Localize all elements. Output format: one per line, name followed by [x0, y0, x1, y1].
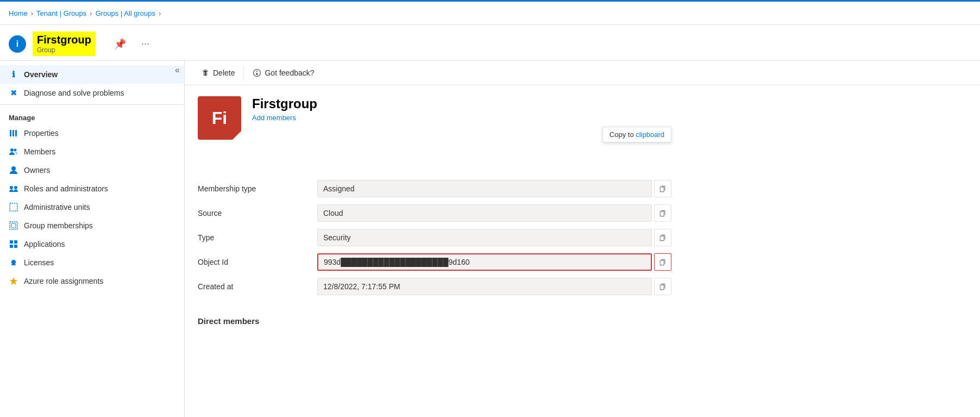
svg-rect-8 — [10, 203, 17, 211]
copy-source-button[interactable] — [654, 204, 671, 222]
more-button[interactable]: ··· — [138, 36, 153, 52]
svg-rect-1 — [12, 130, 14, 136]
prop-label-object-id: Object Id — [198, 258, 317, 266]
sidebar-item-label-applications: Applications — [24, 240, 65, 248]
header-group-type: Group — [37, 46, 91, 54]
svg-rect-2 — [15, 130, 17, 136]
copy-tooltip: Copy to clipboard — [602, 127, 671, 142]
prop-value-created-at: 12/8/2022, 7:17:55 PM — [317, 278, 652, 295]
header-actions: 📌 ··· — [106, 36, 153, 52]
copy-membership-type-button[interactable] — [654, 180, 671, 197]
copy-created-at-button[interactable] — [654, 278, 671, 295]
svg-point-4 — [14, 149, 17, 152]
sidebar-item-label-owners: Owners — [24, 166, 50, 175]
copy-object-id-button[interactable] — [654, 253, 671, 271]
toolbar: Delete Got feedback? — [185, 61, 980, 85]
copy-icon — [659, 185, 667, 192]
add-members-link[interactable]: Add members — [252, 114, 967, 122]
svg-point-7 — [14, 186, 17, 189]
properties-icon — [9, 128, 18, 138]
sidebar-item-label-diagnose: Diagnose and solve problems — [24, 89, 124, 97]
header-group-name: Firstgroup — [37, 34, 91, 46]
svg-rect-11 — [10, 240, 13, 244]
sidebar-item-members[interactable]: Members — [0, 142, 184, 161]
svg-point-5 — [11, 166, 16, 171]
sidebar-item-label-admin-units: Administrative units — [24, 203, 90, 211]
prop-row-type: Type Security — [198, 226, 671, 250]
delete-button[interactable]: Delete — [196, 65, 240, 80]
svg-rect-14 — [14, 245, 17, 248]
sidebar-item-roles[interactable]: Roles and administrators — [0, 179, 184, 198]
members-icon — [9, 147, 18, 157]
copy-source-icon — [659, 209, 667, 217]
top-bar: Home › Tenant | Groups › Groups | All gr… — [0, 0, 980, 25]
prop-label-membership-type: Membership type — [198, 184, 317, 193]
overview-icon: ℹ — [9, 70, 18, 79]
prop-value-wrapper-type: Security — [317, 229, 671, 246]
prop-row-object-id: Object Id 993d████████████████████9d160 — [198, 250, 671, 275]
breadcrumb-tenant[interactable]: Tenant | Groups — [36, 9, 86, 17]
sidebar-item-label-group-memberships: Group memberships — [24, 221, 93, 230]
copy-type-icon — [659, 234, 667, 241]
diagnose-icon: ✖ — [9, 88, 18, 98]
sidebar-item-admin-units[interactable]: Administrative units — [0, 198, 184, 216]
sidebar-item-diagnose[interactable]: ✖ Diagnose and solve problems — [0, 84, 184, 102]
prop-label-source: Source — [198, 209, 317, 217]
sidebar-item-label-azure-roles: Azure role assignments — [24, 277, 103, 285]
sidebar-item-label-properties: Properties — [24, 129, 59, 138]
svg-point-15 — [11, 260, 16, 264]
group-memberships-icon — [9, 221, 18, 231]
prop-value-membership-type: Assigned — [317, 180, 652, 197]
copy-type-button[interactable] — [654, 229, 671, 246]
feedback-button[interactable]: Got feedback? — [247, 65, 319, 80]
direct-members-heading: Direct members — [185, 310, 980, 328]
sidebar-item-properties[interactable]: Properties — [0, 124, 184, 142]
svg-marker-16 — [10, 277, 17, 285]
sidebar-manage-label: Manage — [0, 107, 184, 124]
svg-point-6 — [10, 186, 13, 189]
licenses-icon — [9, 258, 18, 267]
breadcrumb-all-groups[interactable]: Groups | All groups — [96, 9, 155, 17]
azure-roles-icon — [9, 276, 18, 286]
group-display-name: Firstgroup — [252, 96, 967, 111]
prop-value-source: Cloud — [317, 204, 652, 222]
sidebar-item-azure-roles[interactable]: Azure role assignments — [0, 272, 184, 290]
layout: « ℹ Overview ✖ Diagnose and solve proble… — [0, 61, 980, 417]
delete-icon — [201, 69, 210, 77]
group-info: Firstgroup Add members — [252, 96, 967, 122]
prop-value-wrapper-membership-type: Assigned — [317, 180, 671, 197]
sidebar-item-owners[interactable]: Owners — [0, 161, 184, 179]
prop-label-created-at: Created at — [198, 282, 317, 291]
prop-label-type: Type — [198, 233, 317, 242]
prop-row-created-at: Created at 12/8/2022, 7:17:55 PM — [198, 275, 671, 299]
svg-rect-12 — [14, 240, 17, 244]
breadcrumb: Home › Tenant | Groups › Groups | All gr… — [9, 9, 161, 17]
svg-rect-0 — [10, 130, 11, 136]
copy-created-at-icon — [659, 283, 667, 290]
sidebar: « ℹ Overview ✖ Diagnose and solve proble… — [0, 61, 185, 417]
feedback-icon — [253, 69, 261, 77]
applications-icon — [9, 239, 18, 249]
admin-units-icon — [9, 202, 18, 212]
pin-button[interactable]: 📌 — [111, 36, 129, 52]
prop-row-source: Source Cloud — [198, 201, 671, 226]
prop-row-membership-type: Membership type Assigned — [198, 177, 671, 201]
main-content: Delete Got feedback? Fi Firstgroup Add m… — [185, 61, 980, 417]
copy-object-id-icon — [659, 258, 667, 266]
prop-value-object-id: 993d████████████████████9d160 — [317, 253, 652, 271]
sidebar-item-applications[interactable]: Applications — [0, 235, 184, 253]
overview-header: Fi Firstgroup Add members — [185, 85, 980, 145]
header-info-icon: i — [9, 35, 26, 53]
prop-value-wrapper-object-id: 993d████████████████████9d160 — [317, 253, 671, 271]
sidebar-item-group-memberships[interactable]: Group memberships — [0, 216, 184, 235]
header-title-block: Firstgroup Group — [33, 32, 96, 56]
sidebar-divider-1 — [0, 104, 184, 105]
svg-point-3 — [10, 148, 14, 152]
roles-icon — [9, 184, 18, 194]
sidebar-collapse-button[interactable]: « — [175, 65, 180, 75]
sidebar-item-overview[interactable]: ℹ Overview — [0, 65, 184, 84]
sidebar-item-licenses[interactable]: Licenses — [0, 253, 184, 272]
breadcrumb-home[interactable]: Home — [9, 9, 28, 17]
properties-table: Copy to clipboard Membership type Assign… — [185, 145, 684, 310]
prop-value-wrapper-created-at: 12/8/2022, 7:17:55 PM — [317, 278, 671, 295]
